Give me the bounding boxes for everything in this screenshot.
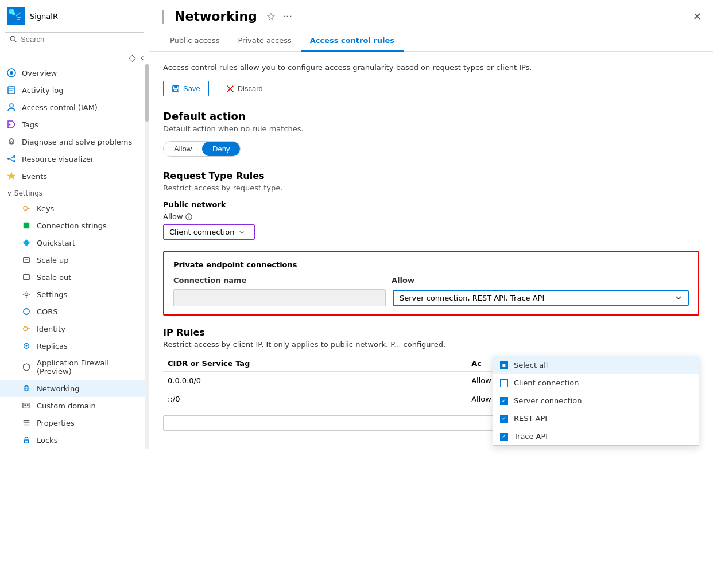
allow-deny-toggle: Allow Deny: [163, 141, 241, 157]
svg-point-29: [25, 309, 28, 315]
connection-strings-icon: [22, 221, 31, 230]
sidebar: SignalR ◇ ‹ Overview Ac: [0, 0, 149, 588]
sidebar-item-tags[interactable]: Tags: [0, 116, 145, 133]
favorite-icon[interactable]: ☆: [266, 10, 276, 22]
deny-toggle-button[interactable]: Deny: [202, 142, 240, 156]
app-name-label: SignalR: [30, 12, 58, 21]
page-title: Networking: [175, 9, 257, 24]
dropdown-option-client-connection[interactable]: Client connection: [493, 374, 699, 392]
ip-rules-title: IP Rules: [163, 327, 699, 338]
svg-point-20: [24, 207, 28, 211]
iam-icon: [7, 103, 16, 112]
sidebar-item-label: Connection strings: [37, 221, 107, 230]
sidebar-item-iam[interactable]: Access control (IAM): [0, 99, 145, 116]
close-button[interactable]: ✕: [693, 10, 702, 22]
page-description: Access control rules allow you to config…: [163, 63, 699, 72]
quickstart-icon: [22, 238, 31, 247]
svg-point-27: [25, 293, 28, 295]
networking-icon: [22, 384, 31, 393]
svg-rect-3: [17, 19, 20, 20]
dropdown-option-rest-api[interactable]: ✓ REST API: [493, 410, 699, 427]
tab-access-control-rules[interactable]: Access control rules: [301, 30, 404, 52]
pe-allow-dropdown[interactable]: Server connection, REST API, Trace API: [393, 290, 689, 306]
resource-viz-icon: [7, 154, 16, 163]
events-icon: [7, 172, 16, 181]
sidebar-item-scale-up[interactable]: Scale up: [0, 251, 145, 268]
discard-button[interactable]: Discard: [218, 81, 271, 96]
sidebar-item-diagnose[interactable]: Diagnose and solve problems: [0, 133, 145, 150]
client-connection-dropdown[interactable]: Client connection: [163, 224, 255, 240]
activity-log-icon: [7, 85, 16, 95]
sidebar-item-label: Tags: [22, 120, 38, 129]
sidebar-item-label: Quickstart: [37, 239, 75, 247]
sidebar-item-resource-visualizer[interactable]: Resource visualizer: [0, 150, 145, 168]
sidebar-item-locks[interactable]: Locks: [0, 431, 145, 449]
pin-icon[interactable]: ◇: [129, 52, 135, 63]
collapse-icon[interactable]: ‹: [141, 52, 144, 63]
main-panel: | Networking ☆ ··· ✕ Public access Priva…: [149, 0, 713, 588]
sidebar-item-connection-strings[interactable]: Connection strings: [0, 217, 145, 234]
sidebar-item-quickstart[interactable]: Quickstart: [0, 234, 145, 251]
sidebar-item-events[interactable]: Events: [0, 168, 145, 185]
settings-group-label[interactable]: ∨ Settings: [0, 185, 145, 200]
chevron-down-icon: [239, 229, 245, 235]
sidebar-item-label: Application Firewall (Preview): [37, 359, 138, 376]
sidebar-item-settings[interactable]: Settings: [0, 286, 145, 303]
sidebar-item-label: Networking: [37, 384, 79, 393]
pe-connection-name-input[interactable]: [173, 289, 386, 306]
sidebar-item-networking[interactable]: Networking: [0, 380, 145, 397]
svg-point-28: [24, 309, 30, 315]
tab-public-access[interactable]: Public access: [161, 30, 228, 52]
rest-api-checkbox[interactable]: ✓: [500, 415, 508, 423]
sidebar-item-overview[interactable]: Overview: [0, 64, 145, 81]
trace-api-checkbox[interactable]: ✓: [500, 433, 508, 441]
sidebar-item-label: Resource visualizer: [22, 155, 94, 163]
search-input[interactable]: [21, 35, 139, 44]
svg-rect-46: [174, 89, 178, 91]
cidr-col-header: CIDR or Service Tag: [163, 356, 467, 372]
app-firewall-icon: [22, 363, 31, 372]
pe-col-allow-header: Allow: [392, 276, 689, 285]
public-network-label: Public network: [163, 200, 699, 209]
dropdown-option-trace-api[interactable]: ✓ Trace API: [493, 427, 699, 445]
sidebar-item-activity-log[interactable]: Activity log: [0, 81, 145, 99]
sidebar-item-cors[interactable]: CORS: [0, 303, 145, 320]
main-header: | Networking ☆ ··· ✕: [149, 0, 713, 30]
dropdown-popup: ▪ Select all Client connection ✓ Server …: [493, 356, 699, 446]
sidebar-item-identity[interactable]: Identity: [0, 320, 145, 337]
dropdown-option-server-connection[interactable]: ✓ Server connection: [493, 392, 699, 410]
ip-rules-desc: Restrict access by client IP. It only ap…: [163, 340, 699, 349]
svg-point-15: [7, 158, 10, 160]
allow-toggle-button[interactable]: Allow: [164, 142, 202, 156]
sidebar-item-properties[interactable]: Properties: [0, 414, 145, 431]
private-endpoint-title: Private endpoint connections: [173, 260, 689, 269]
cors-icon: [22, 307, 31, 316]
server-connection-checkbox[interactable]: ✓: [500, 397, 508, 405]
sidebar-item-scale-out[interactable]: Scale out: [0, 268, 145, 286]
sidebar-item-replicas[interactable]: Replicas: [0, 337, 145, 355]
svg-line-18: [10, 157, 13, 159]
svg-rect-38: [25, 404, 26, 406]
save-button[interactable]: Save: [163, 81, 209, 96]
default-action-subtitle: Default action when no rule matches.: [163, 124, 699, 133]
ip-cidr-value: ::/0: [163, 390, 467, 408]
sidebar-item-label: Identity: [37, 325, 65, 333]
sidebar-item-custom-domain[interactable]: Custom domain: [0, 397, 145, 414]
svg-rect-26: [24, 275, 30, 280]
sidebar-item-label: Scale out: [37, 273, 71, 282]
search-bar[interactable]: [5, 32, 144, 46]
sidebar-item-label: Replicas: [37, 342, 68, 351]
default-action-title: Default action: [163, 110, 699, 122]
info-icon: i: [185, 213, 192, 220]
svg-point-17: [13, 160, 16, 162]
tab-private-access[interactable]: Private access: [228, 30, 300, 52]
sidebar-item-app-firewall[interactable]: Application Firewall (Preview): [0, 355, 145, 380]
request-type-rules-title: Request Type Rules: [163, 170, 699, 181]
svg-rect-45: [174, 85, 177, 88]
more-options-icon[interactable]: ···: [282, 10, 292, 22]
svg-rect-2: [17, 17, 21, 18]
dropdown-option-select-all[interactable]: ▪ Select all: [493, 356, 699, 374]
select-all-checkbox[interactable]: ▪: [500, 361, 508, 369]
client-connection-checkbox[interactable]: [500, 379, 508, 387]
sidebar-item-keys[interactable]: Keys: [0, 200, 145, 217]
